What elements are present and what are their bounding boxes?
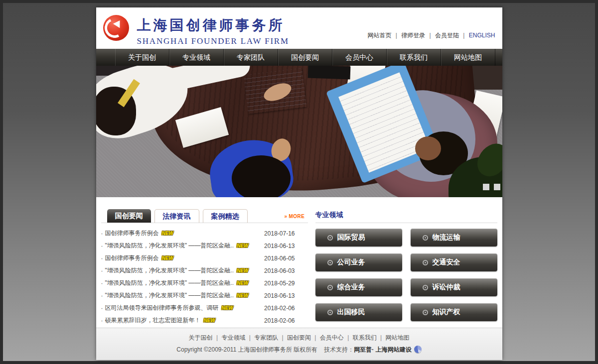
new-badge: NEW [237,280,248,286]
service-button-international-trade[interactable]: 国际贸易 [315,229,402,246]
news-row: · "增强风险防范，净化发展环境" ——普陀区金融.. NEW 2018-06-… [101,289,308,302]
nav-item-founder-news[interactable]: 国创要闻 [278,49,332,66]
top-link-lawyer-login[interactable]: 律师登录 [401,32,425,39]
service-button-litigation-arbitration[interactable]: 诉讼仲裁 [411,278,497,296]
main-nav: 关于国创 专业领域 专家团队 国创要闻 会员中心 联系我们 网站地图 [96,49,502,66]
service-button-general-practice[interactable]: 综合业务 [315,278,402,296]
news-title[interactable]: "增强风险防范，净化发展环境" ——普陀区金融.. [105,291,234,300]
service-button-logistics[interactable]: 物流运输 [411,229,497,246]
service-label: 出国移民 [337,308,365,317]
news-row: · 国创律师事务所例会 NEW 2018-06-05 [101,252,308,264]
service-label: 交通安全 [433,258,460,267]
services-heading: 专业领域 [315,209,497,223]
bullet-icon: · [101,255,103,262]
separator: | [396,32,397,39]
bullet-icon: · [101,267,103,274]
bullet-icon: · [101,243,103,249]
news-date: 2018-06-13 [264,292,295,299]
more-link[interactable]: »MORE [284,214,304,219]
copyright-row: Copyright ©2009-2011 上海国创律师事务所 版权所有 技术支持… [96,346,502,354]
hero-woman-hair [232,155,291,197]
tab-selected-cases[interactable]: 案例精选 [203,209,248,223]
site-title-chinese: 上海国创律师事务所 [137,16,289,35]
hero-person-face [415,136,441,160]
footer-link-member-center[interactable]: 会员中心 [320,334,344,341]
news-title[interactable]: 硕果累累辞旧岁，壮志宏图迎新年！ [105,316,201,325]
top-link-english[interactable]: ENGLISH [469,32,495,39]
separator: | [249,334,251,341]
nav-item-practice-areas[interactable]: 专业领域 [169,49,224,66]
news-title[interactable]: 国创律师事务所例会 [105,229,159,238]
footer-link-founder-news[interactable]: 国创要闻 [287,334,311,341]
news-title[interactable]: "增强风险防范，净化发展环境" ——普陀区金融.. [105,266,234,275]
new-badge: NEW [237,293,248,298]
bullet-icon: · [101,280,103,287]
pie-chart-icon [414,346,422,353]
service-button-corporate[interactable]: 公司业务 [315,253,402,271]
logo-icon [103,15,129,41]
footer-link-about[interactable]: 关于国创 [189,334,213,341]
target-circle-icon [327,260,333,265]
page: 上海国创律师事务所 SHANGHAI FOUNDER LAW FIRM 网站首页… [96,7,502,360]
logo[interactable]: 上海国创律师事务所 SHANGHAI FOUNDER LAW FIRM [103,14,289,46]
footer-link-sitemap[interactable]: 网站地图 [385,334,409,341]
new-badge: NEW [237,243,248,248]
new-badge: NEW [162,255,173,261]
tab-legal-info[interactable]: 法律资讯 [154,209,199,223]
service-label: 国际贸易 [337,233,365,242]
hero-slider-photo [96,66,502,197]
top-link-home[interactable]: 网站首页 [367,32,391,39]
news-row: · "增强风险防范，净化发展环境" ——普陀区金融.. NEW 2018-05-… [101,277,308,289]
bullet-icon: · [101,317,103,324]
new-badge: NEW [204,318,215,323]
slider-dot-1[interactable] [483,184,489,190]
service-button-intellectual-property[interactable]: 知识产权 [411,303,497,321]
target-circle-icon [327,310,333,315]
header: 上海国创律师事务所 SHANGHAI FOUNDER LAW FIRM 网站首页… [96,7,502,49]
site-titles: 上海国创律师事务所 SHANGHAI FOUNDER LAW FIRM [137,14,289,46]
target-circle-icon [423,235,428,241]
browser-viewport: 上海国创律师事务所 SHANGHAI FOUNDER LAW FIRM 网站首页… [0,0,598,364]
news-title[interactable]: 国创律师事务所例会 [105,254,159,262]
nav-item-contact-us[interactable]: 联系我们 [387,49,441,66]
nav-item-expert-team[interactable]: 专家团队 [224,49,278,66]
news-date: 2018-02-06 [264,317,295,324]
nav-item-about[interactable]: 关于国创 [115,49,169,66]
footer: 关于国创 | 专业领域 | 专家团队 | 国创要闻 | 会员中心 | 联系我们 … [96,328,502,360]
news-title[interactable]: 区司法局领导来国创律师事务所参观、调研 [105,304,219,312]
news-row: · 区司法局领导来国创律师事务所参观、调研 NEW 2018-02-06 [101,302,308,314]
nav-item-sitemap[interactable]: 网站地图 [441,49,495,66]
tech-support-link[interactable]: 网至普· 上海网站建设 [354,346,411,353]
news-column: 国创要闻 法律资讯 案例精选 »MORE · 国创律师事务所例会 NEW 201… [101,209,308,328]
separator: | [430,32,431,39]
news-date: 2018-05-29 [264,280,295,287]
news-title[interactable]: "增强风险防范，净化发展环境" ——普陀区金融.. [105,279,234,287]
more-label: MORE [289,214,305,219]
news-date: 2018-07-16 [264,230,295,237]
chevron-right-icon: » [284,214,287,219]
nav-item-member-center[interactable]: 会员中心 [332,49,387,66]
top-link-member-login[interactable]: 会员登陆 [435,32,459,39]
news-tabs: 国创要闻 法律资讯 案例精选 »MORE [101,209,308,223]
news-date: 2018-06-03 [264,267,295,274]
separator: | [380,334,382,341]
service-button-traffic-safety[interactable]: 交通安全 [411,253,497,271]
separator: | [282,334,284,341]
footer-link-practice-areas[interactable]: 专业领域 [221,334,245,341]
hero-dark-folder [307,66,350,79]
tab-founder-news[interactable]: 国创要闻 [107,209,151,223]
tech-support-label: 技术支持： [324,346,354,353]
service-button-emigration[interactable]: 出国移民 [315,303,402,321]
slider-dot-2[interactable] [494,184,500,190]
top-links: 网站首页 | 律师登录 | 会员登陆 | ENGLISH [367,31,495,40]
footer-link-expert-team[interactable]: 专家团队 [254,334,278,341]
news-row: · 国创律师事务所例会 NEW 2018-07-16 [101,227,308,240]
new-badge: NEW [222,305,233,311]
news-title[interactable]: "增强风险防范，净化发展环境" ——普陀区金融.. [105,242,234,250]
service-label: 公司业务 [337,258,365,267]
news-date: 2018-06-13 [264,243,295,249]
footer-link-contact-us[interactable]: 联系我们 [353,334,377,341]
new-badge: NEW [162,231,173,236]
service-label: 诉讼仲裁 [433,283,460,292]
separator: | [314,334,316,341]
